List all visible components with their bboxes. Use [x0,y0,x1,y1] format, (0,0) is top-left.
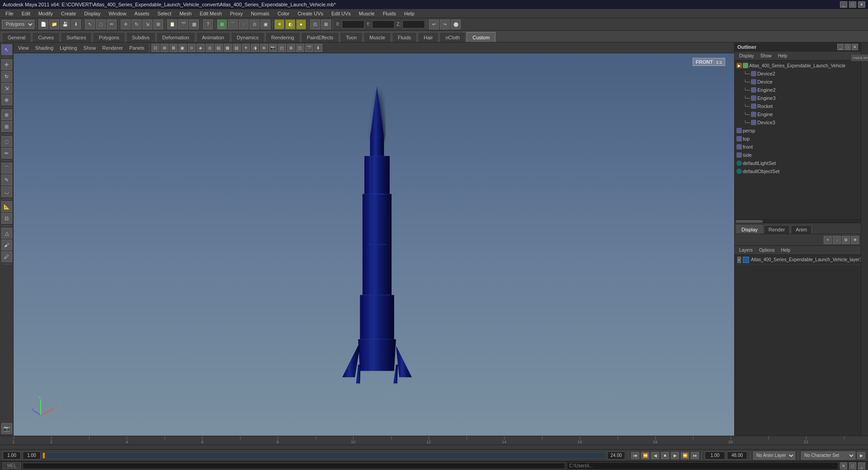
vt-icon-7[interactable]: ◎ [206,44,214,52]
outliner-item-defaultobjectset[interactable]: defaultObjectSet [735,167,861,175]
camera-tool-button[interactable]: 📷 [1,423,12,434]
go-end-button[interactable]: ⏭ [691,452,699,459]
maximize-button[interactable]: □ [849,1,856,8]
vt-grid-button[interactable]: ⊞ [287,44,295,52]
curve-tool-button[interactable]: ⌒ [1,163,12,174]
end-time-field[interactable] [607,451,625,460]
tab-rendering[interactable]: Rendering [265,32,300,42]
snap-point-button[interactable]: · [239,19,249,29]
menu-color[interactable]: Color [274,10,293,17]
select-mode-button[interactable]: ↖ [1,44,12,55]
outliner-help-menu[interactable]: Help [775,52,790,59]
start-time-field[interactable] [3,451,21,460]
y-field[interactable] [372,20,395,28]
layer-tab-render[interactable]: Render [764,225,790,234]
outliner-display-menu[interactable]: Display [736,52,757,59]
z-field[interactable] [402,20,425,28]
pencil-curve-button[interactable]: ✎ [1,174,12,185]
layer-new-btn[interactable]: + [824,236,832,244]
outliner-show-menu[interactable]: Show [758,52,774,59]
layer-visibility-toggle[interactable]: V [737,257,741,263]
snap-curve-button[interactable]: ⌒ [228,19,238,29]
lighting-menu[interactable]: Lighting [57,44,80,52]
import-button[interactable]: ⬇ [71,19,81,29]
options-menu[interactable]: Options [756,247,777,254]
menu-create[interactable]: Create [57,10,80,17]
layer-tab-display[interactable]: Display [736,225,763,234]
menu-display[interactable]: Display [80,10,104,17]
panels-menu[interactable]: Panels [127,44,147,52]
tab-subdivs[interactable]: Subdivs [126,32,156,42]
outliner-item-side[interactable]: side [735,151,861,159]
outliner-hscroll-thumb[interactable] [736,220,763,223]
menu-file[interactable]: File [2,10,17,17]
vt-hud-button[interactable]: ◫ [296,44,304,52]
frame-all-button[interactable]: ⊡ [310,19,320,29]
script-close-btn[interactable]: ✕ [840,462,847,470]
outliner-item-engine2[interactable]: └─ Engine2 [735,86,861,94]
menu-muscle[interactable]: Muscle [355,10,378,17]
transform-tool-button[interactable]: ⊞ [153,19,163,29]
outliner-hscrollbar[interactable] [735,219,861,223]
menu-mesh[interactable]: Mesh [176,10,195,17]
tab-dynamics[interactable]: Dynamics [231,32,264,42]
outliner-item-device3[interactable]: └─ Device3 [735,118,861,127]
timeline-scrub-bar[interactable] [42,452,605,459]
tab-general[interactable]: General [2,32,31,42]
light1-button[interactable]: ☀ [274,19,284,29]
3d-viewport[interactable]: FRONT 1:1 [14,53,734,436]
char-set-dropdown[interactable]: No Character Set [801,451,855,460]
x-field[interactable] [342,20,364,28]
go-start-button[interactable]: ⏮ [631,452,639,459]
layer-settings-btn[interactable]: ⚙ [842,236,850,244]
render-button[interactable]: 🎬 [178,19,188,29]
lasso-select-button[interactable]: ◌ [96,19,106,29]
layer-tab-anim[interactable]: Anim [791,225,812,234]
new-scene-button[interactable]: 📄 [38,19,48,29]
polygon-tool-button[interactable]: △ [1,228,12,239]
light2-button[interactable]: ◐ [285,19,295,29]
menu-help[interactable]: Help [401,10,418,17]
rotate-mode-button[interactable]: ↻ [1,71,12,82]
command-input[interactable] [23,463,565,469]
menu-proxy[interactable]: Proxy [226,10,246,17]
anim-layer-dropdown[interactable]: No Anim Layer [753,451,795,460]
outliner-item-defaultlightset[interactable]: defaultLightSet [735,159,861,167]
question-button[interactable]: ? [203,19,213,29]
outliner-item-atlas-root[interactable]: ▶ Atlas_400_Series_Expendable_Launch_Veh… [735,61,861,70]
step-back-button[interactable]: ⏪ [641,452,649,459]
play-forward-button[interactable]: ▶ [671,452,679,459]
rotate-tool-button[interactable]: ↻ [132,19,142,29]
outliner-item-engine[interactable]: └─ Engine [735,110,861,118]
vt-icon-6[interactable]: ◈ [197,44,205,52]
misc-btn-3[interactable]: ⬤ [451,19,461,29]
outliner-item-front[interactable]: front [735,143,861,151]
vt-icon-2[interactable]: ⊞ [160,44,169,52]
vt-light-button[interactable]: ☀ [242,44,250,52]
shading-menu[interactable]: Shading [33,44,56,52]
outliner-item-persp[interactable]: persp [735,127,861,135]
current-time-field[interactable] [23,451,41,460]
minimize-button[interactable]: _ [840,1,847,8]
tab-animation[interactable]: Animation [196,32,230,42]
stop-button[interactable]: ■ [661,452,669,459]
misc-btn-1[interactable]: ↩ [429,19,439,29]
snap-grid-button[interactable]: ⊞ [217,19,227,29]
menu-modify[interactable]: Modify [35,10,57,17]
show-manipulator-button[interactable]: ⊞ [1,121,12,132]
vt-texture-button[interactable]: ▨ [233,44,241,52]
outliner-minimize-btn[interactable]: _ [837,44,844,50]
universal-manip-button[interactable]: ⊕ [1,94,12,105]
outliner-restore-btn[interactable]: □ [844,44,851,50]
light3-button[interactable]: ● [296,19,306,29]
lasso-tool-button[interactable]: ◌ [1,136,12,147]
menu-edit[interactable]: Edit [18,10,34,17]
tab-painteffects[interactable]: PaintEffects [301,32,340,42]
menu-fluids[interactable]: Fluids [379,10,400,17]
menu-edit-mesh[interactable]: Edit Mesh [196,10,226,17]
timeline-ruler[interactable]: 124681012141618202224 [0,436,868,445]
snap-view-button[interactable]: ⊙ [250,19,259,29]
show-menu[interactable]: Show [81,44,99,52]
vt-shadow-button[interactable]: ◑ [251,44,259,52]
vt-cam-button[interactable]: 📷 [269,44,277,52]
